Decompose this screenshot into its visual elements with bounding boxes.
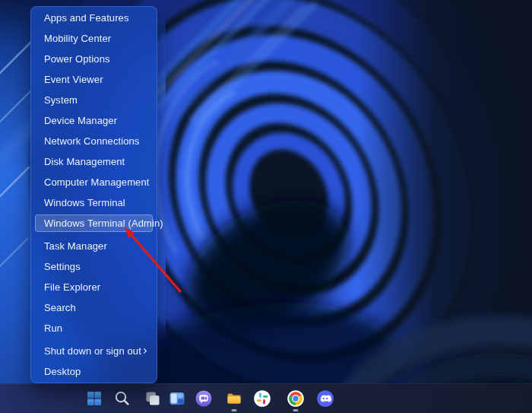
task-view-icon[interactable] bbox=[144, 389, 162, 408]
menu-item-label: Shut down or sign out bbox=[44, 345, 141, 357]
menu-item-device-manager[interactable]: Device Manager bbox=[31, 110, 157, 131]
menu-item-label: File Explorer bbox=[44, 281, 100, 293]
menu-item-label: Computer Management bbox=[44, 176, 149, 188]
chrome-icon[interactable] bbox=[287, 389, 305, 408]
chat-icon[interactable] bbox=[195, 389, 213, 408]
menu-item-settings[interactable]: Settings bbox=[31, 256, 157, 277]
discord-icon[interactable] bbox=[316, 389, 334, 408]
submenu-chevron-icon: › bbox=[143, 345, 147, 357]
menu-item-label: Mobility Center bbox=[44, 33, 111, 44]
menu-item-computer-management[interactable]: Computer Management bbox=[31, 172, 157, 192]
menu-item-label: Run bbox=[44, 322, 62, 334]
menu-item-file-explorer[interactable]: File Explorer bbox=[31, 277, 157, 297]
menu-item-power-options[interactable]: Power Options bbox=[31, 49, 157, 69]
menu-item-desktop[interactable]: Desktop bbox=[31, 361, 157, 382]
running-indicator bbox=[232, 409, 237, 411]
search-icon[interactable] bbox=[113, 389, 131, 408]
menu-item-label: Network Connections bbox=[44, 135, 139, 147]
menu-item-run[interactable]: Run bbox=[31, 318, 157, 338]
menu-item-shut-down-or-sign-out[interactable]: Shut down or sign out › bbox=[31, 341, 157, 361]
menu-item-label: System bbox=[44, 94, 78, 106]
file-explorer-icon[interactable] bbox=[225, 389, 243, 408]
menu-item-label: Windows Terminal (Admin) bbox=[44, 218, 163, 229]
menu-item-label: Apps and Features bbox=[44, 12, 129, 24]
widgets-icon[interactable] bbox=[168, 389, 186, 408]
menu-item-task-manager[interactable]: Task Manager bbox=[31, 236, 157, 256]
menu-item-network-connections[interactable]: Network Connections bbox=[31, 131, 157, 151]
menu-item-windows-terminal[interactable]: Windows Terminal bbox=[31, 192, 157, 213]
menu-item-label: Desktop bbox=[44, 366, 81, 377]
taskbar bbox=[0, 383, 532, 413]
menu-item-label: Device Manager bbox=[44, 115, 117, 126]
menu-item-label: Windows Terminal bbox=[44, 197, 125, 208]
menu-item-system[interactable]: System bbox=[31, 90, 157, 110]
menu-item-mobility-center[interactable]: Mobility Center bbox=[31, 28, 157, 49]
running-indicator bbox=[293, 409, 299, 411]
menu-item-label: Power Options bbox=[44, 53, 110, 65]
menu-item-event-viewer[interactable]: Event Viewer bbox=[31, 69, 157, 90]
slack-icon[interactable] bbox=[253, 389, 271, 408]
menu-item-label: Settings bbox=[44, 261, 81, 272]
menu-item-label: Search bbox=[44, 302, 76, 313]
winx-context-menu: Apps and Features Mobility Center Power … bbox=[30, 6, 157, 383]
menu-item-disk-management[interactable]: Disk Management bbox=[31, 151, 157, 172]
menu-item-label: Event Viewer bbox=[44, 74, 103, 85]
menu-item-windows-terminal-admin[interactable]: Windows Terminal (Admin) bbox=[31, 213, 157, 234]
menu-item-apps-and-features[interactable]: Apps and Features bbox=[31, 8, 157, 28]
menu-item-label: Task Manager bbox=[44, 240, 107, 252]
start-button[interactable] bbox=[85, 389, 103, 408]
menu-item-search[interactable]: Search bbox=[31, 297, 157, 318]
menu-item-label: Disk Management bbox=[44, 156, 125, 167]
